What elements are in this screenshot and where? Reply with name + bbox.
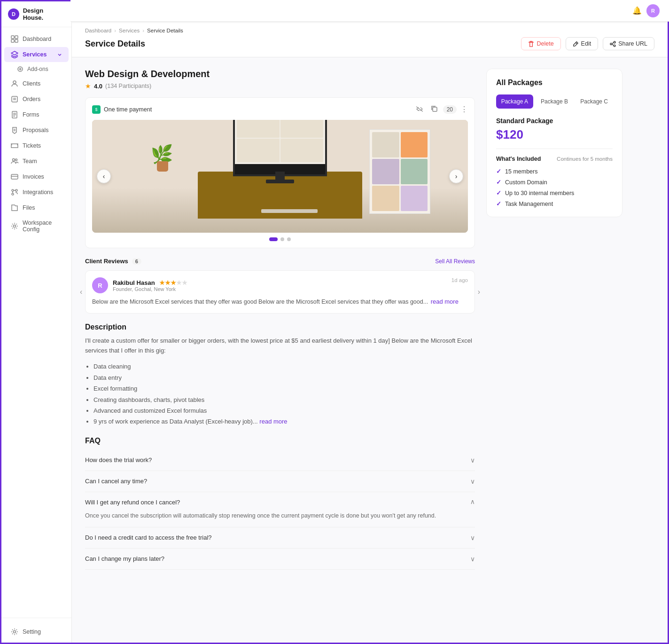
- sidebar-item-files-label: Files: [23, 204, 35, 211]
- workspace-config-icon: [11, 222, 18, 230]
- monitor-card-2: [280, 120, 323, 138]
- sidebar-item-addons-label: Add-ons: [27, 66, 48, 72]
- svg-point-18: [13, 159, 15, 161]
- reviewer-details: Rakibul Hasan ★★★★★ Founder, Gochal, New…: [113, 279, 187, 292]
- sidebar-item-workspace-config[interactable]: Workspace Config: [4, 216, 69, 236]
- faq-section: FAQ How does the trial work? ∨ Can I can…: [85, 437, 475, 570]
- notification-bell-icon[interactable]: 🔔: [632, 6, 642, 15]
- breadcrumb-dashboard[interactable]: Dashboard: [85, 28, 111, 33]
- review-prev-button[interactable]: ‹: [80, 288, 82, 296]
- eye-hide-icon[interactable]: [414, 105, 425, 114]
- avatar[interactable]: R: [646, 4, 660, 17]
- sidebar-item-proposals[interactable]: Proposals: [4, 123, 69, 138]
- sidebar-item-dashboard-label: Dashboard: [23, 36, 51, 42]
- svg-point-33: [614, 45, 616, 47]
- package-tab-c[interactable]: Package C: [576, 94, 613, 109]
- star-icon: ★: [85, 82, 91, 90]
- review-read-more-link[interactable]: read more: [431, 298, 459, 305]
- setting-icon: [11, 628, 18, 636]
- clients-icon: [11, 80, 18, 87]
- faq-item-3: Will I get any refund once I cancel? ∨ O…: [85, 492, 475, 527]
- sidebar-item-clients[interactable]: Clients: [4, 76, 69, 91]
- edit-button[interactable]: Edit: [566, 37, 599, 50]
- svg-point-8: [13, 81, 16, 84]
- monitor-screen: [235, 120, 325, 164]
- reviews-title: Client Reviews 6: [85, 258, 141, 265]
- breadcrumb-services[interactable]: Services: [119, 28, 140, 33]
- svg-rect-0: [11, 36, 14, 39]
- sidebar-item-forms[interactable]: Forms: [4, 107, 69, 122]
- sidebar-item-addons[interactable]: Add-ons: [1, 63, 71, 76]
- packages-title: All Packages: [496, 79, 613, 87]
- faq-question-4[interactable]: Do I need a credit card to access the fr…: [85, 534, 475, 542]
- mood-card-6: [401, 186, 428, 211]
- package-tab-a[interactable]: Package A: [496, 94, 533, 109]
- review-next-button[interactable]: ›: [478, 288, 480, 296]
- faq-item-2: Can I cancel any time? ∨: [85, 471, 475, 492]
- sidebar-item-tickets[interactable]: Tickets: [4, 138, 69, 153]
- svg-line-35: [612, 42, 614, 43]
- sidebar-bottom: Setting: [1, 618, 71, 644]
- copy-icon[interactable]: [429, 104, 439, 114]
- delete-button[interactable]: Delete: [521, 37, 560, 50]
- faq-question-2[interactable]: Can I cancel any time? ∨: [85, 478, 475, 485]
- svg-rect-36: [433, 107, 437, 111]
- team-icon: [11, 157, 18, 165]
- faq-answer-3: Once you cancel the subscription will au…: [85, 511, 475, 520]
- sidebar-item-orders[interactable]: Orders: [4, 92, 69, 107]
- carousel-next-button[interactable]: ›: [449, 169, 463, 183]
- see-all-reviews-link[interactable]: Sell All Reviews: [435, 258, 475, 265]
- carousel-dot-1[interactable]: [269, 237, 278, 241]
- carousel-prev-button[interactable]: ‹: [97, 169, 111, 183]
- svg-point-24: [12, 193, 14, 195]
- review-timestamp: 1d ago: [451, 277, 468, 283]
- faq-chevron-down-icon: ∨: [470, 534, 475, 542]
- list-item: Data cleaning: [93, 361, 475, 372]
- sidebar-item-dashboard[interactable]: Dashboard: [4, 31, 69, 47]
- sidebar-item-team[interactable]: Team: [4, 154, 69, 169]
- sidebar-item-services-label: Services: [23, 51, 47, 58]
- faq-question-1[interactable]: How does the trial work? ∨: [85, 456, 475, 464]
- check-icon: ✓: [496, 189, 501, 196]
- invoices-icon: [11, 173, 18, 181]
- grid-icon: [11, 35, 18, 43]
- list-item: Excel formatting: [93, 383, 475, 394]
- faq-question-5[interactable]: Can I change my plans later? ∨: [85, 555, 475, 563]
- sidebar-item-team-label: Team: [23, 158, 37, 165]
- monitor-base: [266, 180, 294, 183]
- main-content: Dashboard › Services › Service Details S…: [72, 23, 668, 643]
- more-options-icon[interactable]: ⋮: [460, 105, 468, 114]
- svg-rect-3: [15, 39, 18, 42]
- faq-item-5: Can I change my plans later? ∨: [85, 549, 475, 570]
- rating-row: ★ 4.0 (134 Participants): [85, 82, 475, 90]
- packages-card: All Packages Package A Package B Package…: [486, 69, 622, 217]
- plant: 🌿: [148, 125, 177, 172]
- carousel-dot-2[interactable]: [280, 237, 284, 241]
- description-read-more-link[interactable]: read more: [259, 418, 287, 425]
- feature-item-1: ✓ 15 members: [496, 168, 613, 175]
- sidebar-item-invoices[interactable]: Invoices: [4, 169, 69, 184]
- monitor-card-4: [280, 139, 323, 162]
- svg-rect-20: [11, 174, 18, 179]
- carousel-dot-3[interactable]: [287, 237, 291, 241]
- svg-line-30: [576, 42, 577, 44]
- sidebar-item-services[interactable]: Services: [4, 47, 69, 62]
- package-tab-b[interactable]: Package B: [536, 94, 573, 109]
- carousel: 🌿: [92, 120, 468, 233]
- sidebar-item-integrations[interactable]: Integrations: [4, 185, 69, 200]
- share-button[interactable]: Share URL: [603, 37, 654, 50]
- carousel-dots: [92, 237, 468, 241]
- sidebar-item-setting[interactable]: Setting: [4, 624, 69, 639]
- service-name: Web Design & Development: [85, 69, 475, 79]
- mood-card-5: [372, 186, 399, 211]
- feature-list: ✓ 15 members ✓ Custom Domain ✓ Up to 30 …: [496, 168, 613, 207]
- edit-icon: [573, 41, 579, 47]
- faq-question-3[interactable]: Will I get any refund once I cancel? ∨: [85, 499, 475, 506]
- sidebar-item-files[interactable]: Files: [4, 200, 69, 215]
- reviewer-info: R Rakibul Hasan ★★★★★ Founder, Gochal, N…: [92, 277, 187, 293]
- rating-value: 4.0: [94, 83, 102, 90]
- page-header: Dashboard › Services › Service Details S…: [72, 23, 668, 57]
- logo[interactable]: D Design House.: [1, 1, 71, 27]
- feature-item-4: ✓ Task Management: [496, 200, 613, 207]
- reviewer-role: Founder, Gochal, New York: [113, 286, 187, 292]
